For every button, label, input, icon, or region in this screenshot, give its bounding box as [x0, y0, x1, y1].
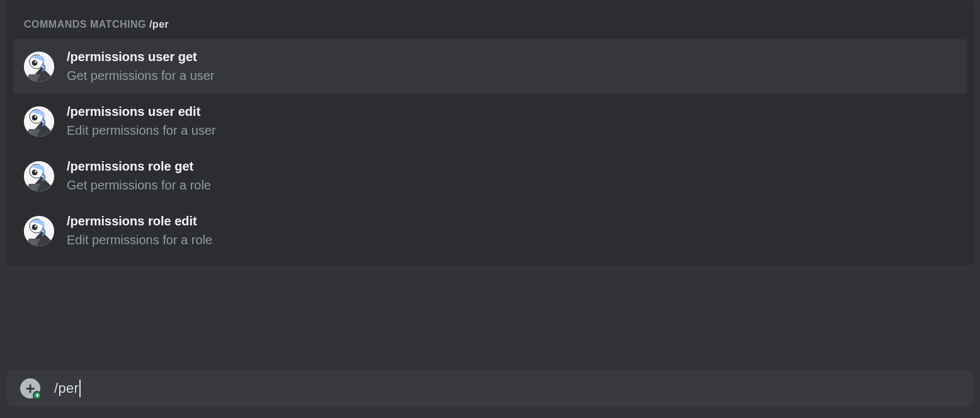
text-caret: [79, 380, 81, 397]
command-description: Edit permissions for a role: [67, 232, 212, 248]
play-badge-icon: [33, 391, 42, 400]
command-name: /permissions user get: [67, 49, 215, 64]
command-name: /permissions user edit: [67, 104, 216, 119]
svg-point-10: [32, 169, 38, 175]
command-description: Get permissions for a user: [67, 68, 215, 84]
message-input-bar: + /per: [6, 370, 974, 407]
command-autocomplete-panel: Commands matching /per /permissions user…: [6, 0, 974, 266]
svg-point-2: [32, 60, 38, 65]
svg-point-15: [35, 225, 37, 227]
message-input-value: /per: [54, 380, 79, 397]
autocomplete-header-query: /per: [149, 19, 169, 30]
svg-point-6: [32, 115, 38, 120]
message-input[interactable]: /per: [54, 370, 960, 407]
svg-point-3: [35, 61, 37, 63]
autocomplete-header-label: Commands matching: [24, 19, 146, 30]
autocomplete-header: Commands matching /per: [6, 19, 974, 39]
bot-avatar-icon: [24, 106, 54, 137]
command-item[interactable]: /permissions user getGet permissions for…: [13, 39, 967, 94]
command-description: Get permissions for a role: [67, 178, 211, 193]
command-list: /permissions user getGet permissions for…: [6, 39, 974, 258]
command-name: /permissions role get: [67, 159, 211, 174]
svg-point-11: [35, 171, 37, 172]
bot-avatar-icon: [24, 52, 54, 82]
bot-avatar-icon: [24, 161, 54, 191]
command-name: /permissions role edit: [67, 213, 212, 229]
svg-point-14: [32, 224, 38, 230]
bot-avatar-icon: [24, 216, 54, 246]
command-description: Edit permissions for a user: [67, 123, 216, 138]
command-item[interactable]: /permissions user editEdit permissions f…: [13, 94, 967, 149]
command-item[interactable]: /permissions role editEdit permissions f…: [13, 203, 967, 258]
svg-point-7: [35, 116, 37, 118]
attach-button[interactable]: +: [20, 378, 40, 398]
command-item[interactable]: /permissions role getGet permissions for…: [13, 149, 967, 203]
